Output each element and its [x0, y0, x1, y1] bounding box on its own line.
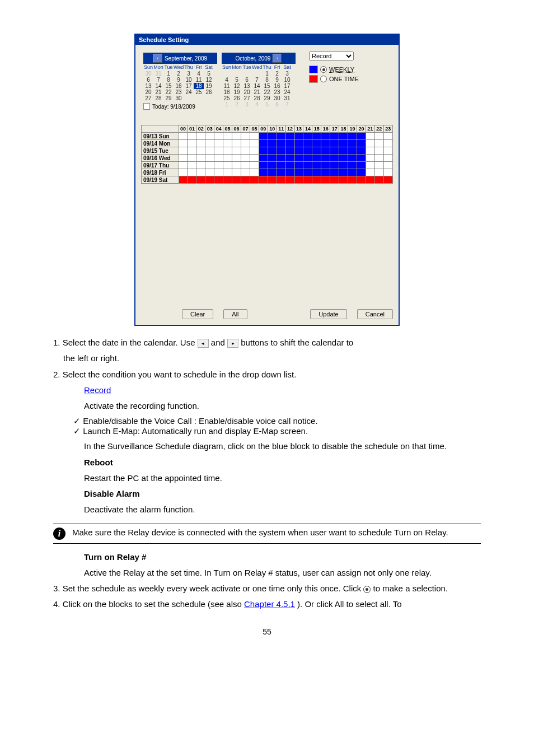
schedule-cell[interactable]	[357, 140, 366, 147]
schedule-cell[interactable]	[188, 147, 196, 155]
cal-day[interactable]: 27	[143, 95, 153, 101]
cal-day[interactable]: 16	[174, 83, 184, 89]
cal-day[interactable]: 8	[262, 77, 272, 83]
schedule-cell[interactable]	[205, 162, 214, 169]
schedule-grid[interactable]: 0001020304050607080910111213141516171819…	[141, 125, 393, 184]
cal-day[interactable]: 30	[174, 95, 184, 101]
schedule-cell[interactable]	[259, 155, 268, 162]
cal-day[interactable]: 2	[232, 101, 242, 108]
schedule-cell[interactable]	[285, 147, 294, 155]
schedule-cell[interactable]	[179, 162, 188, 169]
schedule-cell[interactable]	[366, 169, 374, 176]
schedule-cell[interactable]	[241, 162, 250, 169]
schedule-cell[interactable]	[383, 155, 392, 162]
schedule-cell[interactable]	[241, 133, 250, 140]
schedule-cell[interactable]	[294, 155, 303, 162]
schedule-cell[interactable]	[232, 140, 241, 147]
schedule-cell[interactable]	[268, 155, 277, 162]
schedule-cell[interactable]	[188, 162, 196, 169]
schedule-cell[interactable]	[285, 176, 294, 184]
cal-day[interactable]: 9	[174, 77, 184, 83]
cal-day[interactable]: 24	[282, 89, 292, 95]
schedule-cell[interactable]	[348, 169, 357, 176]
cal-day[interactable]: 19	[232, 89, 242, 95]
cal-prev-button[interactable]: ‹	[153, 54, 162, 63]
schedule-cell[interactable]	[321, 147, 330, 155]
cal-day[interactable]: 18	[222, 89, 232, 95]
schedule-cell[interactable]	[357, 169, 366, 176]
schedule-cell[interactable]	[285, 133, 294, 140]
cal-right-grid[interactable]: SunMonTueWedThuFriSat1234567891011121314…	[222, 64, 296, 108]
cal-day[interactable]: 17	[282, 83, 292, 89]
cal-day[interactable]: 22	[163, 89, 174, 95]
schedule-cell[interactable]	[366, 147, 374, 155]
schedule-cell[interactable]	[330, 133, 339, 140]
schedule-cell[interactable]	[321, 176, 330, 184]
cal-day[interactable]: 15	[262, 83, 272, 89]
schedule-cell[interactable]	[303, 169, 312, 176]
schedule-cell[interactable]	[205, 176, 214, 184]
schedule-cell[interactable]	[259, 140, 268, 147]
weekly-radio[interactable]	[320, 66, 327, 73]
cal-day[interactable]: 20	[242, 89, 252, 95]
cal-day[interactable]: 11	[194, 77, 204, 83]
schedule-cell[interactable]	[250, 147, 259, 155]
schedule-cell[interactable]	[268, 147, 277, 155]
schedule-cell[interactable]	[179, 147, 188, 155]
schedule-cell[interactable]	[196, 147, 205, 155]
schedule-cell[interactable]	[330, 155, 339, 162]
schedule-cell[interactable]	[196, 162, 205, 169]
schedule-cell[interactable]	[294, 176, 303, 184]
cal-day[interactable]: 13	[143, 83, 153, 89]
cal-next-button[interactable]: ›	[273, 54, 282, 63]
cal-day[interactable]: 25	[222, 95, 232, 101]
schedule-cell[interactable]	[188, 155, 196, 162]
schedule-cell[interactable]	[330, 147, 339, 155]
schedule-cell[interactable]	[232, 162, 241, 169]
schedule-cell[interactable]	[348, 162, 357, 169]
schedule-cell[interactable]	[205, 147, 214, 155]
cal-day[interactable]: 5	[262, 101, 272, 108]
cal-day[interactable]: 15	[163, 83, 174, 89]
cal-today-line[interactable]: Today: 9/18/2009	[143, 101, 217, 111]
schedule-cell[interactable]	[223, 147, 232, 155]
schedule-cell[interactable]	[214, 133, 223, 140]
schedule-cell[interactable]	[285, 162, 294, 169]
cal-day[interactable]: 25	[194, 89, 204, 95]
cal-day[interactable]: 20	[143, 89, 153, 95]
schedule-cell[interactable]	[330, 162, 339, 169]
cal-day[interactable]: 3	[242, 101, 252, 108]
schedule-cell[interactable]	[259, 169, 268, 176]
schedule-cell[interactable]	[321, 133, 330, 140]
schedule-cell[interactable]	[241, 155, 250, 162]
schedule-cell[interactable]	[294, 133, 303, 140]
schedule-cell[interactable]	[321, 140, 330, 147]
schedule-cell[interactable]	[205, 133, 214, 140]
schedule-cell[interactable]	[205, 140, 214, 147]
cal-day[interactable]: 6	[143, 77, 153, 83]
schedule-cell[interactable]	[250, 169, 259, 176]
schedule-cell[interactable]	[374, 162, 383, 169]
schedule-cell[interactable]	[205, 155, 214, 162]
schedule-cell[interactable]	[285, 140, 294, 147]
cal-day[interactable]: 31	[153, 71, 163, 77]
schedule-cell[interactable]	[366, 133, 374, 140]
schedule-cell[interactable]	[374, 140, 383, 147]
schedule-cell[interactable]	[348, 140, 357, 147]
cal-day[interactable]	[204, 95, 214, 101]
cal-day[interactable]: 3	[184, 71, 194, 77]
schedule-cell[interactable]	[179, 155, 188, 162]
schedule-cell[interactable]	[383, 169, 392, 176]
schedule-cell[interactable]	[277, 147, 285, 155]
schedule-cell[interactable]	[241, 176, 250, 184]
cal-day[interactable]: 1	[222, 101, 232, 108]
schedule-cell[interactable]	[383, 147, 392, 155]
cal-day[interactable]: 5	[204, 71, 214, 77]
schedule-cell[interactable]	[241, 140, 250, 147]
schedule-cell[interactable]	[321, 169, 330, 176]
schedule-cell[interactable]	[259, 162, 268, 169]
cal-day[interactable]: 3	[282, 71, 292, 77]
record-link[interactable]: Record	[84, 385, 111, 395]
cal-day[interactable]: 6	[272, 101, 282, 108]
cal-day[interactable]: 18	[194, 83, 204, 89]
